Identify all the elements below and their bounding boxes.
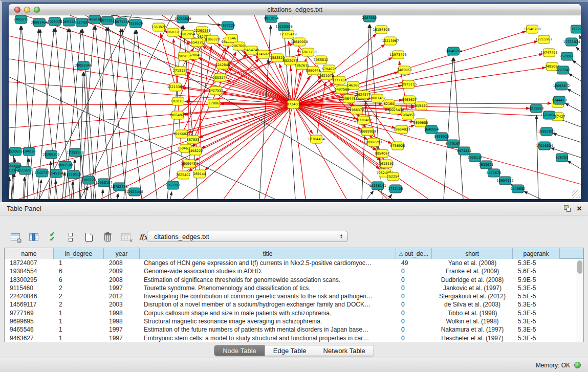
column-header-title[interactable]: title — [140, 248, 396, 259]
table-cell[interactable]: 5.3E-5 — [513, 325, 560, 334]
table-row[interactable]: 2242004622012Investigating the contribut… — [5, 292, 583, 300]
graph-node[interactable]: 20364456 — [340, 95, 357, 103]
network-canvas[interactable]: 1872400775638228860128891295422260538982… — [9, 15, 581, 199]
graph-node[interactable]: 18640910 — [291, 38, 308, 46]
table-cell[interactable]: 9463627 — [5, 334, 54, 342]
table-cell[interactable]: 2008 — [104, 259, 140, 267]
table-cell[interactable]: 6 — [54, 276, 104, 284]
table-cell[interactable]: 22420046 — [5, 292, 54, 300]
graph-node[interactable]: 1115689 — [18, 166, 33, 174]
table-cell[interactable]: 0 — [396, 317, 432, 325]
table-cell[interactable]: 9777169 — [5, 309, 54, 317]
scrollbar-thumb[interactable] — [577, 260, 582, 274]
graph-node[interactable]: 7955812 — [314, 56, 329, 64]
table-selector-dropdown[interactable]: citations_edges.txt ▲▼ — [147, 231, 348, 242]
graph-node[interactable]: 9097588 — [58, 161, 73, 169]
graph-node[interactable]: 8427552 — [209, 86, 224, 95]
graph-node[interactable]: 1795723 — [81, 176, 96, 184]
graph-node[interactable]: 18724007 — [285, 100, 301, 108]
graph-node[interactable]: 1342737 — [35, 169, 50, 177]
graph-node[interactable]: 8813054 — [264, 15, 279, 23]
graph-node[interactable]: 10973493 — [389, 51, 406, 59]
graph-node[interactable]: 12923448 — [126, 188, 143, 196]
graph-node[interactable]: 17359928 — [67, 148, 83, 157]
graph-node[interactable]: 1145194 — [49, 169, 64, 178]
network-window-titlebar[interactable]: citations_edges.txt — [9, 4, 581, 15]
table-cell[interactable]: Jankovic et al. (1997) — [432, 284, 513, 292]
graph-node[interactable]: 9756928 — [390, 142, 405, 150]
graph-node[interactable]: 12213967 — [382, 37, 399, 45]
float-panel-icon[interactable] — [564, 205, 571, 212]
graph-node[interactable]: 12975115 — [400, 80, 417, 89]
graph-node[interactable]: 7857224 — [221, 21, 235, 30]
table-cell[interactable]: Stergiakouli et al. (2012) — [432, 292, 513, 300]
table-row[interactable]: 977716911998Corpus callosum shape and si… — [5, 309, 583, 317]
graph-node[interactable]: 1640954 — [424, 125, 439, 134]
table-cell[interactable]: 0 — [396, 309, 432, 317]
table-cell[interactable]: 1997 — [104, 325, 140, 334]
table-cell[interactable]: 0 — [396, 334, 432, 342]
graph-node[interactable]: 18720407 — [355, 116, 372, 124]
graph-node[interactable]: 17006 — [208, 99, 220, 107]
network-view-window[interactable]: citations_edges.txt 18724007756382288601… — [9, 4, 581, 199]
graph-node[interactable]: 194916 — [23, 147, 36, 156]
table-vertical-scrollbar[interactable] — [576, 259, 583, 342]
graph-node[interactable]: 1244413 — [552, 96, 567, 104]
graph-node[interactable]: 20053346 — [75, 61, 92, 70]
table-cell[interactable]: Estimation of significance thresholds fo… — [140, 276, 396, 284]
graph-node[interactable]: 915440 — [415, 102, 428, 110]
graph-node[interactable]: 8186328 — [205, 35, 220, 43]
graph-node[interactable]: 7485063 — [397, 66, 412, 74]
graph-node[interactable]: 12215987 — [535, 35, 552, 43]
table-cell[interactable]: 1998 — [104, 309, 140, 317]
table-cell[interactable]: Estimation of the future numbers of pati… — [140, 325, 396, 334]
graph-node[interactable]: 10654112 — [496, 177, 513, 185]
table-row[interactable]: 1938455462009Genome-wide association stu… — [5, 267, 583, 275]
graph-node[interactable]: 2405572 — [14, 15, 29, 24]
table-cell[interactable]: Dudbridge et al. (2008) — [432, 276, 513, 284]
table-row[interactable]: 1456911722003Disruption of a novel membe… — [5, 300, 583, 309]
graph-node[interactable]: 7563822 — [151, 23, 166, 31]
table-cell[interactable]: 9465546 — [5, 325, 54, 334]
table-row[interactable]: 1872400712008Changes of HCN gene express… — [5, 259, 583, 267]
graph-node[interactable]: 2935114 — [468, 154, 483, 162]
graph-node[interactable]: 6479197 — [446, 140, 461, 148]
graph-node[interactable]: 7984957 — [401, 111, 416, 119]
table-cell[interactable]: 9699695 — [5, 317, 54, 325]
table-cell[interactable]: 1 — [54, 259, 104, 267]
graph-node[interactable]: 3215988 — [529, 104, 544, 113]
graph-node[interactable]: 10958107 — [95, 179, 112, 187]
graph-node[interactable]: 9857791 — [166, 181, 181, 189]
graph-node[interactable]: 16782753 — [111, 183, 127, 191]
table-cell[interactable]: 5.6E-5 — [513, 267, 560, 275]
graph-node[interactable]: 7625402 — [176, 171, 191, 179]
table-cell[interactable]: Corpus callosum shape and size in male p… — [140, 309, 396, 317]
table-cell[interactable]: 5.3E-5 — [513, 334, 560, 342]
table-cell[interactable]: 19384554 — [5, 267, 54, 275]
table-cell[interactable]: 0 — [396, 276, 432, 284]
graph-node[interactable]: 19218506 — [275, 23, 292, 31]
table-cell[interactable]: 0 — [396, 267, 432, 275]
table-cell[interactable]: Yano et al. (2008) — [432, 259, 513, 267]
graph-node[interactable]: 2803144 — [213, 74, 228, 82]
close-panel-icon[interactable]: × — [577, 205, 582, 212]
table-cell[interactable]: 1 — [54, 334, 104, 342]
graph-node[interactable]: 16033809 — [174, 15, 191, 23]
graph-node[interactable]: 8471876 — [487, 169, 502, 177]
graph-node[interactable]: 1733426 — [388, 185, 403, 193]
graph-node[interactable]: 7632621 — [479, 161, 494, 169]
column-header-name[interactable]: name — [5, 248, 54, 259]
table-cell[interactable]: Nakamura et al. (1997) — [432, 325, 513, 334]
graph-node[interactable]: 19654923 — [169, 111, 186, 119]
table-cell[interactable]: 5.3E-5 — [513, 317, 560, 325]
graph-node[interactable]: 6497568 — [335, 85, 350, 94]
table-cell[interactable]: 1 — [54, 317, 104, 325]
graph-node[interactable]: 1615192 — [379, 160, 394, 168]
tab-node-table[interactable]: Node Table — [214, 345, 265, 356]
delete-table-button[interactable]: × — [120, 232, 132, 242]
table-row[interactable]: 946554611997Estimation of the future num… — [5, 325, 583, 334]
table-cell[interactable]: Hescheler et al. (1997) — [432, 334, 513, 342]
graph-node[interactable]: 1065328 — [48, 17, 62, 26]
table-cell[interactable]: 5.5E-5 — [513, 292, 560, 300]
graph-node[interactable]: 9227343 — [556, 66, 571, 74]
